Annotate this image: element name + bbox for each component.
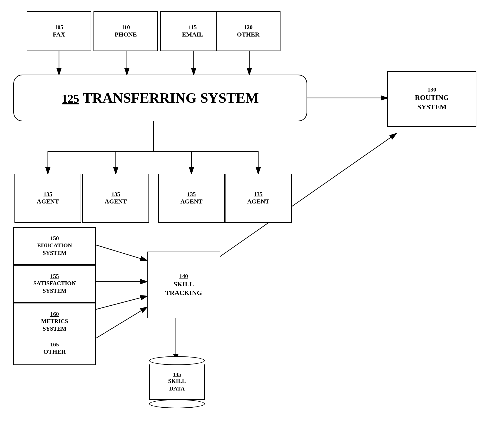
routing-number: 130: [428, 86, 436, 93]
email-number: 115: [188, 24, 197, 31]
other-input-box: 120 OTHER: [216, 11, 281, 51]
routing-label: ROUTINGSYSTEM: [415, 93, 449, 112]
diagram: 105 FAX 110 PHONE 115 EMAIL 120 OTHER 12…: [0, 0, 504, 429]
agent1-number: 135: [44, 191, 52, 198]
satisfaction-label: SATISFACTIONSYSTEM: [33, 280, 76, 295]
satisfaction-number: 155: [50, 273, 59, 280]
transferring-label: TRANSFERRING SYSTEM: [83, 89, 259, 107]
routing-box: 130 ROUTINGSYSTEM: [387, 71, 476, 127]
other-left-number: 165: [50, 341, 59, 348]
agent1-label: AGENT: [37, 198, 59, 205]
agent4-box: 135 AGENT: [225, 174, 292, 223]
skill-data-number: 145: [173, 371, 181, 377]
skill-data-cylinder: 145 SKILLDATA: [149, 356, 205, 405]
cylinder-body: 145 SKILLDATA: [149, 365, 205, 400]
email-label: EMAIL: [182, 31, 203, 38]
phone-label: PHONE: [115, 31, 137, 38]
skill-tracking-number: 140: [179, 273, 188, 280]
satisfaction-box: 155 SATISFACTIONSYSTEM: [13, 265, 96, 303]
agent2-label: AGENT: [105, 198, 127, 205]
fax-box: 105 FAX: [27, 11, 91, 51]
svg-line-13: [96, 245, 147, 260]
other-left-box: 165 OTHER: [13, 332, 96, 365]
svg-line-15: [96, 296, 147, 309]
other-input-label: OTHER: [237, 31, 259, 38]
education-number: 150: [50, 235, 59, 242]
agent3-label: AGENT: [180, 198, 203, 205]
agent2-number: 135: [112, 191, 120, 198]
transferring-number: 125: [62, 92, 79, 105]
other-left-label: OTHER: [43, 348, 66, 356]
skill-tracking-label: SKILLTRACKING: [165, 280, 202, 297]
fax-label: FAX: [53, 31, 65, 38]
svg-line-16: [96, 307, 147, 338]
education-label: EDUCATIONSYSTEM: [37, 242, 72, 257]
skill-data-label: SKILLDATA: [168, 377, 186, 393]
cylinder-top: [149, 356, 205, 365]
agent4-number: 135: [254, 191, 263, 198]
skill-tracking-box: 140 SKILLTRACKING: [147, 251, 220, 318]
metrics-number: 160: [50, 311, 59, 317]
email-box: 115 EMAIL: [160, 11, 225, 51]
fax-number: 105: [55, 24, 63, 31]
education-box: 150 EDUCATIONSYSTEM: [13, 227, 96, 265]
agent2-box: 135 AGENT: [82, 174, 149, 223]
metrics-label: METRICSSYSTEM: [41, 317, 68, 333]
phone-number: 110: [122, 24, 130, 31]
agent3-number: 135: [187, 191, 196, 198]
phone-box: 110 PHONE: [94, 11, 158, 51]
cylinder-bottom: [149, 399, 205, 408]
agent1-box: 135 AGENT: [15, 174, 81, 223]
agent4-label: AGENT: [247, 198, 269, 205]
agent3-box: 135 AGENT: [158, 174, 225, 223]
transferring-box: 125 TRANSFERRING SYSTEM: [13, 75, 307, 121]
other-input-number: 120: [244, 24, 253, 31]
